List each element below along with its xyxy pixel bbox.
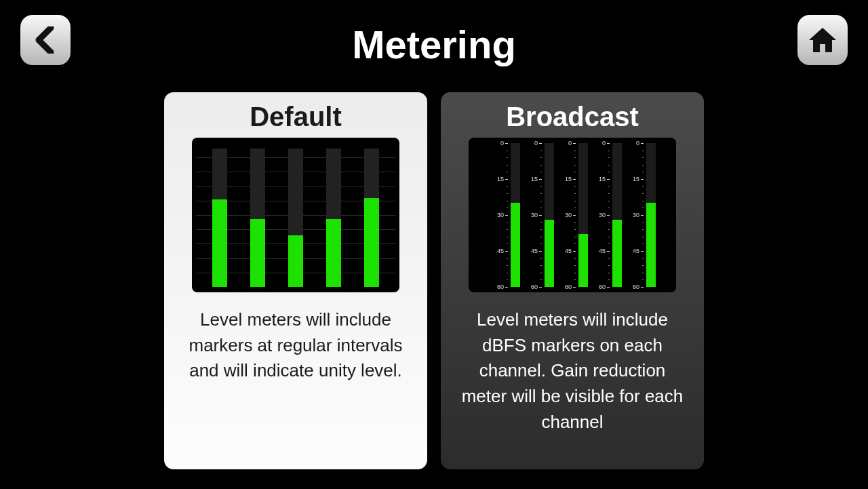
meter-track: [612, 143, 622, 287]
scale-label: 0: [602, 140, 606, 146]
scale-minor-tick: [608, 187, 610, 187]
scale-minor-tick: [574, 273, 576, 273]
scale-minor-tick: [608, 157, 610, 158]
scale-tick: [641, 287, 644, 288]
scale-minor-tick: [642, 265, 644, 266]
scale-minor-tick: [507, 165, 508, 165]
meter-fill: [578, 234, 588, 287]
scale-minor-tick: [608, 258, 610, 259]
scale-label: 15: [565, 176, 572, 182]
scale-minor-tick: [574, 237, 576, 237]
scale-label: 15: [497, 176, 504, 182]
option-title-broadcast: Broadcast: [506, 102, 639, 132]
preview-default: [192, 138, 399, 292]
scale-minor-tick: [540, 222, 542, 223]
scale-label: 0: [636, 140, 639, 146]
scale-label: 60: [633, 283, 639, 290]
scale-minor-tick: [574, 222, 576, 223]
scale-tick: [573, 287, 576, 288]
scale-minor-tick: [507, 193, 508, 194]
scale-minor-tick: [574, 243, 576, 244]
scale-minor-tick: [574, 279, 576, 280]
meter-scale: 015304560: [558, 143, 577, 287]
scale-minor-tick: [642, 201, 644, 201]
meter-track: [545, 143, 554, 287]
scale-minor-tick: [642, 165, 644, 165]
meter-track: [212, 149, 227, 287]
scale-tick: [505, 215, 508, 216]
scale-tick: [539, 215, 542, 216]
scale-label: 15: [633, 176, 639, 182]
meter-fill: [364, 198, 379, 287]
scale-minor-tick: [608, 208, 610, 208]
scale-minor-tick: [540, 208, 542, 208]
scale-minor-tick: [608, 273, 610, 273]
meter-scale: 015304560: [626, 143, 645, 287]
scale-minor-tick: [608, 165, 610, 165]
scale-minor-tick: [608, 279, 610, 280]
scale-minor-tick: [574, 208, 576, 208]
scale-label: 15: [599, 176, 606, 182]
scale-minor-tick: [574, 151, 576, 151]
scale-tick: [505, 143, 508, 144]
meter-fill: [511, 203, 520, 287]
scale-label: 0: [500, 140, 504, 146]
scale-minor-tick: [540, 243, 542, 244]
meter-channel: 015304560: [558, 143, 592, 287]
scale-tick: [641, 251, 644, 252]
scale-label: 45: [633, 248, 639, 254]
meter-track: [646, 143, 656, 287]
page-title: Metering: [0, 22, 868, 67]
scale-minor-tick: [540, 258, 542, 259]
scale-minor-tick: [507, 279, 508, 280]
scale-minor-tick: [642, 157, 644, 158]
scale-minor-tick: [642, 208, 644, 208]
meter-fill: [612, 220, 622, 287]
meter-scale: 015304560: [592, 143, 611, 287]
scale-minor-tick: [642, 279, 644, 280]
option-card-default[interactable]: Default Level meters will include marker…: [164, 92, 427, 469]
scale-tick: [641, 215, 644, 216]
scale-minor-tick: [507, 229, 508, 230]
scale-tick: [573, 143, 576, 144]
scale-label: 30: [565, 212, 572, 218]
scale-label: 15: [531, 176, 538, 182]
scale-label: 45: [531, 248, 538, 254]
option-description-broadcast: Level meters will include dBFS markers o…: [454, 307, 690, 435]
scale-minor-tick: [574, 157, 576, 158]
scale-minor-tick: [507, 237, 508, 237]
scale-label: 45: [565, 248, 572, 254]
scale-tick: [607, 251, 610, 252]
scale-label: 0: [568, 140, 572, 146]
scale-minor-tick: [574, 193, 576, 194]
home-button[interactable]: [797, 15, 848, 65]
meter-scale: 015304560: [490, 143, 509, 287]
scale-minor-tick: [507, 201, 508, 201]
scale-tick: [505, 179, 508, 180]
scale-tick: [573, 179, 576, 180]
scale-label: 45: [599, 248, 606, 254]
scale-label: 60: [599, 283, 606, 290]
scale-label: 30: [497, 212, 504, 218]
preview-broadcast: 0153045600153045600153045600153045600153…: [469, 138, 676, 292]
meter-fill: [326, 219, 341, 287]
scale-minor-tick: [642, 222, 644, 223]
meter-track: [578, 143, 588, 287]
scale-minor-tick: [642, 172, 644, 172]
scale-label: 60: [497, 283, 504, 290]
scale-minor-tick: [540, 229, 542, 230]
scale-minor-tick: [540, 279, 542, 280]
scale-minor-tick: [574, 265, 576, 266]
home-icon: [808, 26, 837, 54]
scale-minor-tick: [507, 243, 508, 244]
meter-channel: 015304560: [524, 143, 558, 287]
scale-minor-tick: [540, 237, 542, 237]
meter-channel: 015304560: [592, 143, 626, 287]
scale-minor-tick: [642, 151, 644, 151]
scale-minor-tick: [507, 222, 508, 223]
scale-minor-tick: [540, 201, 542, 201]
scale-minor-tick: [507, 208, 508, 208]
option-card-broadcast[interactable]: Broadcast 015304560015304560015304560015…: [441, 92, 704, 469]
scale-label: 30: [599, 212, 606, 218]
scale-tick: [607, 215, 610, 216]
